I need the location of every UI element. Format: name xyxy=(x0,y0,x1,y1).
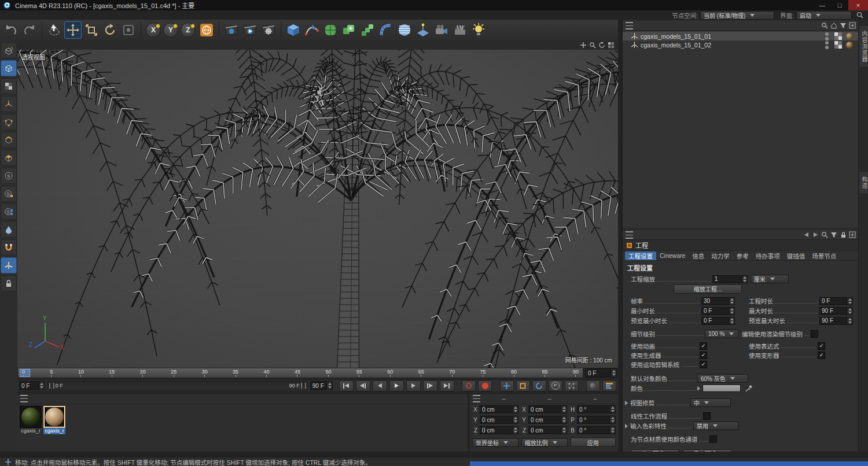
om-filter-icon[interactable] xyxy=(838,21,848,29)
enable-axis-icon[interactable] xyxy=(1,257,17,273)
render-picture-viewer-icon[interactable] xyxy=(241,21,259,39)
timeline-playhead[interactable] xyxy=(20,369,30,377)
material-tag-icon[interactable] xyxy=(846,42,853,49)
record-pla-icon[interactable] xyxy=(565,380,579,391)
polygon-mode-icon[interactable] xyxy=(1,150,17,166)
goto-start-button[interactable] xyxy=(339,380,354,391)
timeline-window-icon[interactable] xyxy=(602,380,616,391)
goto-end-button[interactable] xyxy=(440,380,454,391)
coordinate-system-dropdown[interactable]: 世界坐标 xyxy=(472,438,518,447)
attribute-tab[interactable]: 信息 xyxy=(689,252,708,260)
environment-icon[interactable] xyxy=(396,21,413,39)
toggle-checkbox[interactable] xyxy=(700,352,707,359)
solo-off-icon[interactable]: S xyxy=(1,168,17,184)
toggle-checkbox[interactable] xyxy=(700,361,707,368)
render-lod-checkbox[interactable] xyxy=(811,330,818,338)
am-forward-icon[interactable] xyxy=(811,231,820,239)
coordinate-col-header[interactable]: -- xyxy=(529,395,570,402)
color-expand-icon[interactable] xyxy=(697,386,700,391)
dock-splitter[interactable] xyxy=(618,20,622,457)
attribute-tab[interactable]: 工程设置 xyxy=(625,252,656,260)
toggle-views-icon[interactable] xyxy=(606,41,616,49)
move-tool-icon[interactable] xyxy=(64,21,82,39)
am-dock-icon[interactable] xyxy=(848,231,857,239)
time-field-input[interactable]: 0 F xyxy=(819,297,853,305)
attribute-tab[interactable]: Cineware xyxy=(656,252,689,260)
axis-lock-button[interactable]: Y xyxy=(163,23,178,38)
viewport[interactable]: 透视视图 网格间距 : 100 cm Y X Z xyxy=(17,50,618,368)
subdivision-surface-icon[interactable] xyxy=(322,21,339,39)
light-icon[interactable] xyxy=(470,21,487,39)
undo-icon[interactable] xyxy=(2,21,20,39)
timeline-ruler[interactable] xyxy=(17,368,583,378)
rotate-tool-icon[interactable] xyxy=(101,21,119,39)
scale-mode-dropdown[interactable]: 缩放比例 xyxy=(521,438,568,447)
coord-size-field[interactable]: 0 cm xyxy=(528,405,567,413)
close-button[interactable]: × xyxy=(848,0,868,10)
structure-tab[interactable]: 构造 xyxy=(859,171,868,194)
default-color-dropdown[interactable]: 60% 灰色 xyxy=(697,374,748,383)
record-keyframe-icon[interactable] xyxy=(462,380,476,391)
record-rotation-icon[interactable] xyxy=(532,380,546,391)
search-icon[interactable] xyxy=(855,11,865,19)
attribute-tab[interactable]: 参考 xyxy=(733,252,752,260)
time-field-input[interactable]: 0 F xyxy=(701,307,735,315)
coordinate-system-icon[interactable] xyxy=(198,21,215,39)
object-row[interactable]: cgaxis_models_15_01_02 xyxy=(623,40,859,49)
solo-single-icon[interactable]: S xyxy=(1,186,17,202)
rotate-view-icon[interactable] xyxy=(597,41,606,49)
coord-rotation-field[interactable]: 0 ° xyxy=(577,405,616,413)
color-swatch[interactable] xyxy=(703,384,741,392)
coord-size-field[interactable]: 0 cm xyxy=(528,416,567,424)
render-view-icon[interactable] xyxy=(223,21,240,39)
last-tool-icon[interactable] xyxy=(120,21,137,39)
pan-view-icon[interactable] xyxy=(579,41,588,49)
redo-icon[interactable] xyxy=(21,21,38,39)
material-item[interactable]: cgaxis_r xyxy=(19,406,42,434)
autokeying-icon[interactable] xyxy=(478,380,492,391)
input-color-expand-icon[interactable] xyxy=(625,424,628,428)
record-position-icon[interactable] xyxy=(500,380,514,391)
detail-level-dropdown[interactable]: 100 % xyxy=(705,330,738,338)
toggle-checkbox[interactable] xyxy=(818,342,825,350)
toggle-checkbox[interactable] xyxy=(818,352,825,359)
material-thumbnail[interactable] xyxy=(43,406,65,428)
paint-icon[interactable] xyxy=(1,221,17,238)
range-grip-left[interactable] xyxy=(49,383,54,389)
time-field-input[interactable]: 0 F xyxy=(701,317,735,325)
preview-range-bar[interactable]: 0 F 90 F xyxy=(47,381,308,390)
scale-tool-icon[interactable] xyxy=(83,21,100,39)
node-space-dropdown[interactable]: 当前 (标准/物理) xyxy=(700,11,774,20)
material-tag-icon[interactable] xyxy=(846,33,853,40)
coordinate-menu-icon[interactable] xyxy=(473,395,480,402)
spline-pen-icon[interactable] xyxy=(303,21,321,39)
am-filter-icon[interactable] xyxy=(829,231,838,239)
toggle-checkbox[interactable] xyxy=(700,342,707,350)
time-field-input[interactable]: 90 F xyxy=(819,307,853,315)
minimize-button[interactable]: — xyxy=(814,0,831,10)
time-field-input[interactable]: 90 F xyxy=(819,317,853,325)
coord-rotation-field[interactable]: 0 ° xyxy=(577,416,616,424)
record-parameter-icon[interactable]: P xyxy=(549,380,562,391)
project-scale-field[interactable]: 1 xyxy=(712,275,748,283)
range-grip-right[interactable] xyxy=(301,383,306,389)
maximize-button[interactable]: □ xyxy=(831,0,848,10)
keyframe-selection-icon[interactable] xyxy=(586,380,600,391)
coord-position-field[interactable]: 0 cm xyxy=(480,405,518,413)
input-color-dropdown[interactable]: 禁用 xyxy=(693,421,738,430)
play-button[interactable] xyxy=(389,380,404,391)
floor-icon[interactable] xyxy=(414,21,432,39)
coord-position-field[interactable]: 0 cm xyxy=(480,426,518,434)
am-panel-icon[interactable] xyxy=(626,231,633,239)
mograph-cloner-icon[interactable] xyxy=(359,21,376,39)
content-browser-tab[interactable]: 内容浏览器 xyxy=(859,25,868,68)
render-settings-icon[interactable] xyxy=(260,21,277,39)
view-clipping-dropdown[interactable]: 中 xyxy=(690,398,731,407)
point-mode-icon[interactable] xyxy=(1,114,17,130)
solo-hierarchy-icon[interactable]: S xyxy=(1,204,17,220)
prev-frame-button[interactable] xyxy=(373,380,387,391)
convert-editable-icon[interactable] xyxy=(1,42,17,58)
texture-mode-icon[interactable] xyxy=(1,78,17,94)
deformer-icon[interactable] xyxy=(377,21,395,39)
range-end-field[interactable]: 90 F xyxy=(310,381,333,390)
